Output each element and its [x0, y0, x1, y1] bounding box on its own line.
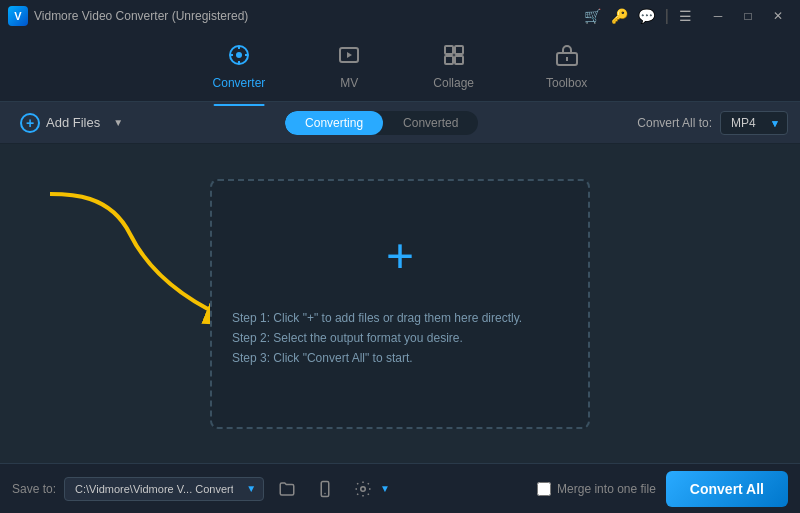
app-logo: V — [8, 6, 28, 26]
cart-icon[interactable]: 🛒 — [584, 8, 601, 24]
drop-zone[interactable]: + Step 1: Click "+" to add files or drag… — [210, 179, 590, 429]
svg-rect-10 — [455, 56, 463, 64]
convert-all-to-label: Convert All to: — [637, 116, 712, 130]
settings-icon[interactable] — [348, 474, 378, 504]
title-bar-icons: 🛒 🔑 💬 | ☰ — [584, 7, 692, 25]
svg-rect-9 — [445, 56, 453, 64]
title-bar-left: V Vidmore Video Converter (Unregistered) — [8, 6, 248, 26]
folder-icon[interactable] — [272, 474, 302, 504]
tab-switcher: Converting Converted — [285, 111, 478, 135]
bottom-bar: Save to: ▼ ▼ Merge into one file C — [0, 463, 800, 513]
mv-label: MV — [340, 76, 358, 90]
svg-point-1 — [236, 52, 242, 58]
mv-icon — [337, 43, 361, 72]
convert-all-button[interactable]: Convert All — [666, 471, 788, 507]
tab-converter[interactable]: Converter — [197, 35, 282, 98]
step1-text: Step 1: Click "+" to add files or drag t… — [232, 311, 568, 325]
key-icon[interactable]: 🔑 — [611, 8, 628, 24]
convert-all-to-section: Convert All to: MP4 MKV AVI MOV ▼ — [637, 111, 788, 135]
add-files-button[interactable]: + Add Files — [12, 108, 108, 138]
toolbox-label: Toolbox — [546, 76, 587, 90]
format-select-wrap: MP4 MKV AVI MOV ▼ — [720, 111, 788, 135]
add-files-dropdown[interactable]: ▼ — [110, 109, 126, 137]
menu-icon[interactable]: ☰ — [679, 8, 692, 24]
nav-bar: Converter MV Collage — [0, 32, 800, 102]
separator: | — [665, 7, 669, 25]
title-bar: V Vidmore Video Converter (Unregistered)… — [0, 0, 800, 32]
phone-icon[interactable] — [310, 474, 340, 504]
plus-icon: + — [375, 231, 425, 281]
svg-rect-8 — [455, 46, 463, 54]
converter-label: Converter — [213, 76, 266, 90]
tab-toolbox[interactable]: Toolbox — [530, 35, 603, 98]
logo-letter: V — [14, 10, 21, 22]
tab-converting[interactable]: Converting — [285, 111, 383, 135]
add-files-label: Add Files — [46, 115, 100, 130]
close-button[interactable]: ✕ — [764, 5, 792, 27]
tab-collage[interactable]: Collage — [417, 35, 490, 98]
merge-checkbox[interactable] — [537, 482, 551, 496]
save-to-label: Save to: — [12, 482, 56, 496]
collage-icon — [442, 43, 466, 72]
step3-text: Step 3: Click "Convert All" to start. — [232, 351, 568, 365]
collage-label: Collage — [433, 76, 474, 90]
add-files-circle-icon: + — [20, 113, 40, 133]
save-path-wrap: ▼ — [64, 477, 264, 501]
svg-rect-7 — [445, 46, 453, 54]
save-path-input[interactable] — [64, 477, 264, 501]
save-to-section: Save to: ▼ ▼ — [12, 474, 527, 504]
maximize-button[interactable]: □ — [734, 5, 762, 27]
svg-point-15 — [324, 492, 326, 494]
merge-label: Merge into one file — [557, 482, 656, 496]
title-bar-controls: 🛒 🔑 💬 | ☰ ─ □ ✕ — [584, 5, 792, 27]
svg-point-16 — [361, 486, 366, 491]
title-text: Vidmore Video Converter (Unregistered) — [34, 9, 248, 23]
settings-dropdown-arrow-icon: ▼ — [380, 483, 390, 494]
toolbar: + Add Files ▼ Converting Converted Conve… — [0, 102, 800, 144]
drop-instructions: Step 1: Click "+" to add files or drag t… — [212, 311, 588, 371]
toolbox-icon — [555, 43, 579, 72]
merge-section: Merge into one file — [537, 482, 656, 496]
step2-text: Step 2: Select the output format you des… — [232, 331, 568, 345]
minimize-button[interactable]: ─ — [704, 5, 732, 27]
main-content: + Step 1: Click "+" to add files or drag… — [0, 144, 800, 463]
converter-icon — [227, 43, 251, 72]
format-select[interactable]: MP4 MKV AVI MOV — [720, 111, 788, 135]
chat-icon[interactable]: 💬 — [638, 8, 655, 24]
tab-mv[interactable]: MV — [321, 35, 377, 98]
tab-converted[interactable]: Converted — [383, 111, 478, 135]
